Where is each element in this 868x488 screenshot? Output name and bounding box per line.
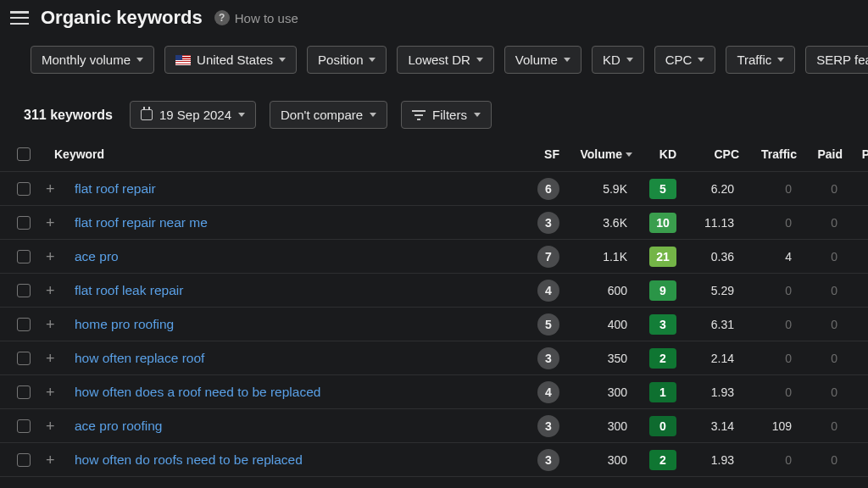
row-checkbox[interactable] [17, 216, 31, 230]
row-checkbox[interactable] [17, 284, 31, 297]
filter-country[interactable]: United States [164, 46, 297, 74]
row-checkbox[interactable] [17, 250, 31, 263]
chevron-down-icon [369, 58, 376, 62]
keyword-link[interactable]: flat roof repair near me [75, 215, 507, 230]
cell-traffic: 4 [739, 250, 797, 263]
filter-volume[interactable]: Volume [504, 46, 581, 74]
keyword-link[interactable]: how often do roofs need to be replaced [75, 452, 507, 468]
filter-label: Position [318, 53, 363, 67]
sf-badge[interactable]: 3 [537, 449, 559, 471]
compare-button[interactable]: Don't compare [270, 101, 387, 129]
col-kd[interactable]: KD [632, 147, 676, 161]
filter-label: KD [603, 53, 620, 67]
expand-icon[interactable]: + [46, 419, 75, 434]
filter-traffic[interactable]: Traffic [726, 46, 795, 74]
row-checkbox[interactable] [17, 419, 31, 433]
cell-position: 91 [843, 352, 868, 365]
kd-badge: 2 [649, 450, 676, 470]
cell-position: 72 [843, 385, 868, 399]
calendar-icon [141, 109, 153, 120]
cell-volume: 350 [559, 352, 632, 365]
expand-icon[interactable]: + [46, 215, 75, 230]
keyword-link[interactable]: ace pro roofing [75, 419, 507, 434]
help-label: How to use [235, 11, 298, 25]
expand-icon[interactable]: + [46, 385, 75, 400]
chevron-down-icon [136, 58, 143, 62]
chevron-down-icon [238, 113, 245, 117]
cell-cpc: 1.93 [676, 453, 739, 467]
sf-badge[interactable]: 4 [537, 381, 559, 403]
cell-cpc: 2.14 [676, 352, 739, 365]
toolbar: 311 keywords 19 Sep 2024 Don't compare F… [0, 86, 868, 137]
cell-volume: 300 [559, 419, 632, 433]
row-checkbox[interactable] [17, 352, 31, 365]
cell-paid: 0 [797, 318, 843, 331]
col-traffic[interactable]: Traffic [739, 147, 797, 161]
col-keyword[interactable]: Keyword [54, 147, 507, 161]
help-icon: ? [214, 10, 230, 25]
chevron-down-icon [476, 58, 483, 62]
row-checkbox[interactable] [17, 182, 31, 196]
filter-monthly-volume[interactable]: Monthly volume [31, 46, 154, 74]
col-cpc[interactable]: CPC [676, 147, 739, 161]
kd-badge: 10 [649, 213, 676, 233]
sf-badge[interactable]: 3 [537, 212, 559, 234]
cell-position: 19 [843, 250, 868, 263]
chevron-down-icon [474, 113, 481, 117]
sf-badge[interactable]: 7 [537, 246, 559, 268]
cell-paid: 0 [797, 216, 843, 230]
cell-paid: 0 [797, 182, 843, 196]
keyword-link[interactable]: home pro roofing [75, 317, 507, 332]
keyword-link[interactable]: how often does a roof need to be replace… [75, 385, 507, 400]
filters-button[interactable]: Filters [401, 101, 492, 129]
keyword-link[interactable]: how often replace roof [75, 351, 507, 366]
select-all-checkbox[interactable] [17, 147, 31, 161]
keyword-link[interactable]: flat roof leak repair [75, 283, 507, 298]
filter-cpc[interactable]: CPC [654, 46, 716, 74]
hamburger-menu-icon[interactable] [10, 11, 29, 25]
filter-kd[interactable]: KD [592, 46, 644, 74]
sf-badge[interactable]: 3 [537, 347, 559, 369]
cell-paid: 0 [797, 352, 843, 365]
sf-badge[interactable]: 5 [537, 313, 559, 336]
date-picker-button[interactable]: 19 Sep 2024 [130, 101, 256, 129]
col-sf[interactable]: SF [507, 147, 559, 161]
col-position[interactable]: Position [843, 147, 868, 161]
sf-badge[interactable]: 4 [537, 280, 559, 302]
cell-volume: 5.9K [559, 182, 632, 196]
how-to-use-link[interactable]: ? How to use [214, 10, 298, 25]
page-title: Organic keywords [41, 7, 203, 29]
filter-lowest-dr[interactable]: Lowest DR [397, 46, 493, 74]
expand-icon[interactable]: + [46, 351, 75, 366]
filter-label: Traffic [737, 53, 771, 67]
keyword-link[interactable]: ace pro [75, 249, 507, 264]
sf-badge[interactable]: 3 [537, 415, 559, 437]
cell-position: 74 [843, 318, 868, 331]
row-checkbox[interactable] [17, 385, 31, 399]
cell-paid: 0 [797, 385, 843, 399]
sf-badge[interactable]: 6 [537, 178, 559, 200]
filter-serp-features[interactable]: SERP feature [805, 46, 868, 74]
cell-traffic: 0 [739, 284, 797, 297]
expand-icon[interactable]: + [46, 181, 75, 197]
cell-volume: 600 [559, 284, 632, 297]
filter-position[interactable]: Position [307, 46, 387, 74]
cell-position: 29 [843, 284, 868, 297]
cell-paid: 0 [797, 250, 843, 263]
col-volume[interactable]: Volume [580, 147, 632, 161]
expand-icon[interactable]: + [46, 317, 75, 332]
chevron-down-icon [698, 58, 704, 62]
expand-icon[interactable]: + [46, 452, 75, 468]
expand-icon[interactable]: + [46, 283, 75, 298]
kd-badge: 2 [649, 348, 676, 369]
row-checkbox[interactable] [17, 318, 31, 331]
keyword-link[interactable]: flat roof repair [75, 181, 507, 197]
table-row: + home pro roofing 5 400 3 6.31 0 0 74 [0, 308, 868, 341]
table-header: Keyword SF Volume KD CPC Traffic Paid Po… [0, 144, 868, 172]
kd-badge: 0 [649, 416, 676, 436]
cell-traffic: 109 [739, 419, 797, 433]
filter-label: Volume [515, 53, 558, 67]
col-paid[interactable]: Paid [797, 147, 843, 161]
expand-icon[interactable]: + [46, 249, 75, 264]
row-checkbox[interactable] [17, 453, 31, 467]
